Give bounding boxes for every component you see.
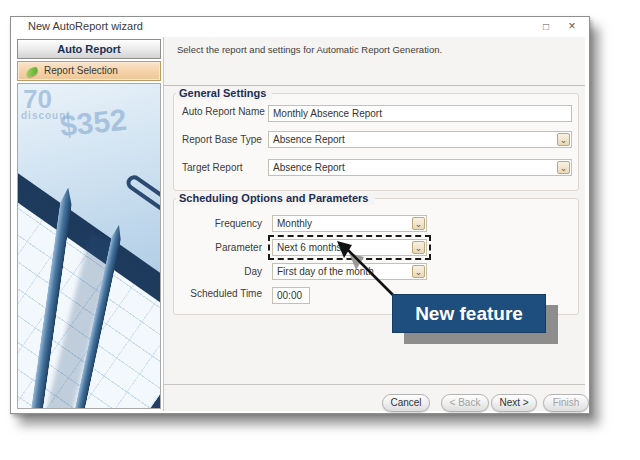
day-select[interactable]: First day of the month ⌄	[272, 263, 427, 280]
new-feature-callout: New feature	[392, 294, 546, 333]
sidebar-decorative-image: 70 discount $352	[17, 83, 161, 409]
wizard-instruction: Select the report and settings for Autom…	[177, 44, 442, 55]
close-icon[interactable]: ×	[561, 18, 583, 35]
cancel-button[interactable]: Cancel	[382, 394, 430, 412]
auto-report-name-input[interactable]	[268, 105, 572, 122]
general-settings-title: General Settings	[176, 86, 272, 100]
button-separator	[164, 384, 585, 385]
chevron-down-icon[interactable]: ⌄	[412, 241, 425, 254]
general-settings-group: General Settings Auto Report Name Report…	[173, 93, 579, 191]
frequency-label: Frequency	[182, 218, 262, 229]
day-value: First day of the month	[277, 266, 374, 277]
report-base-type-label: Report Base Type	[182, 134, 262, 145]
report-base-type-row: Report Base Type Absence Report ⌄	[182, 131, 572, 148]
auto-report-name-row: Auto Report Name	[182, 103, 572, 120]
chevron-down-icon[interactable]: ⌄	[412, 217, 425, 230]
scheduled-time-input[interactable]	[272, 287, 310, 304]
watermark-text: $352	[58, 103, 128, 144]
day-row: Day First day of the month ⌄	[182, 263, 572, 280]
target-report-select[interactable]: Absence Report ⌄	[268, 159, 572, 176]
target-report-field-wrap: Absence Report ⌄	[268, 159, 572, 176]
window-title: New AutoReport wizard	[28, 20, 143, 32]
clip-graphic	[124, 172, 161, 222]
scheduling-options-title: Scheduling Options and Parameters	[176, 191, 375, 205]
frequency-value: Monthly	[277, 218, 312, 229]
chevron-down-icon[interactable]: ⌄	[412, 265, 425, 278]
sidebar-item-report-selection[interactable]: Report Selection	[17, 61, 161, 81]
next-button[interactable]: Next >	[491, 394, 537, 412]
parameter-field-wrap: Next 6 months ⌄	[272, 239, 427, 256]
day-field-wrap: First day of the month ⌄	[272, 263, 427, 280]
sidebar: Auto Report Report Selection 70 discount…	[16, 39, 162, 409]
parameter-select[interactable]: Next 6 months ⌄	[272, 239, 427, 256]
target-report-row: Target Report Absence Report ⌄	[182, 159, 572, 176]
report-base-type-select[interactable]: Absence Report ⌄	[268, 131, 572, 148]
chevron-down-icon[interactable]: ⌄	[557, 133, 570, 146]
report-base-type-field-wrap: Absence Report ⌄	[268, 131, 572, 148]
scheduled-time-field-wrap	[272, 285, 310, 302]
finish-button[interactable]: Finish	[543, 394, 589, 412]
report-base-type-value: Absence Report	[273, 134, 345, 145]
report-selection-icon	[25, 66, 39, 77]
parameter-value: Next 6 months	[277, 242, 341, 253]
back-button[interactable]: < Back	[441, 394, 489, 412]
sidebar-header-auto-report[interactable]: Auto Report	[17, 39, 161, 59]
frequency-select[interactable]: Monthly ⌄	[272, 215, 427, 232]
auto-report-name-label: Auto Report Name	[182, 106, 265, 117]
parameter-row: Parameter Next 6 months ⌄	[182, 239, 572, 256]
frequency-row: Frequency Monthly ⌄	[182, 215, 572, 232]
target-report-label: Target Report	[182, 162, 243, 173]
sidebar-item-label: Report Selection	[44, 65, 118, 76]
titlebar: New AutoReport wizard □ ×	[11, 17, 589, 37]
frequency-field-wrap: Monthly ⌄	[272, 215, 427, 232]
main-panel: Select the report and settings for Autom…	[163, 37, 585, 411]
maximize-icon[interactable]: □	[535, 18, 557, 35]
parameter-label: Parameter	[182, 242, 262, 253]
screen: New AutoReport wizard □ × Auto Report Re…	[0, 0, 640, 460]
scheduled-time-label: Scheduled Time	[182, 288, 262, 299]
target-report-value: Absence Report	[273, 162, 345, 173]
day-label: Day	[182, 266, 262, 277]
wizard-window: New AutoReport wizard □ × Auto Report Re…	[10, 16, 590, 414]
chevron-down-icon[interactable]: ⌄	[557, 161, 570, 174]
auto-report-name-field-wrap	[268, 103, 572, 120]
